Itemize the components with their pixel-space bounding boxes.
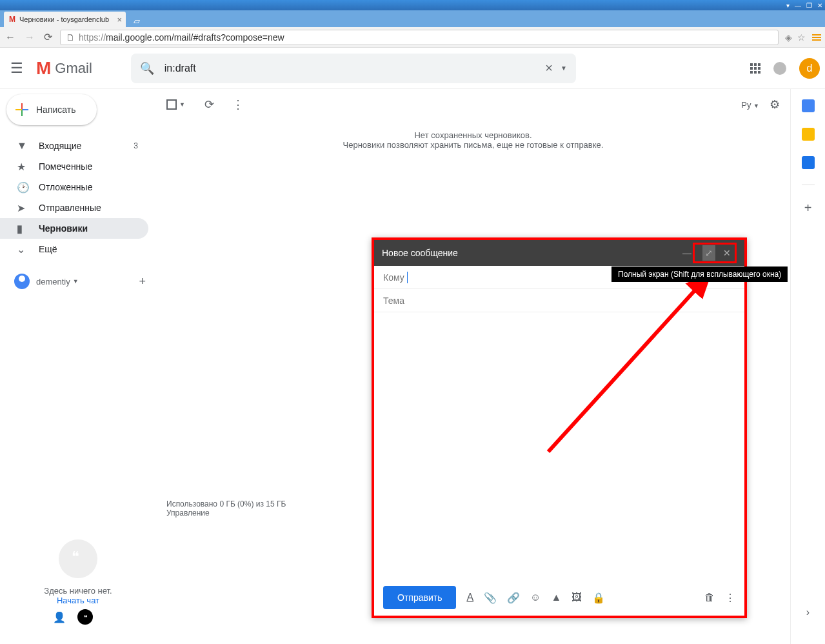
photo-icon[interactable]: 🖼 <box>572 592 582 603</box>
settings-icon[interactable]: ⚙ <box>770 97 780 112</box>
google-apps-icon[interactable] <box>750 63 760 74</box>
window-close-icon[interactable]: ✕ <box>817 2 822 9</box>
window-maximize-icon[interactable]: ❐ <box>806 2 812 9</box>
tab-close-icon[interactable]: × <box>117 15 123 25</box>
chat-bubble-icon <box>59 539 97 578</box>
clear-search-icon[interactable]: × <box>545 61 553 75</box>
minimize-compose-icon[interactable]: — <box>681 247 693 259</box>
close-compose-icon[interactable]: ✕ <box>721 247 732 259</box>
search-options-icon[interactable]: ▼ <box>561 65 567 72</box>
compose-button[interactable]: Написать <box>6 94 97 125</box>
fullscreen-compose-icon[interactable]: ⤢ <box>702 245 715 261</box>
search-box[interactable]: 🔍 × ▼ <box>131 54 576 83</box>
window-minimize-icon[interactable]: — <box>795 2 801 9</box>
sidebar-label: Ещё <box>39 244 57 254</box>
new-tab-button[interactable]: ▱ <box>130 15 144 27</box>
user-avatar-icon <box>14 274 30 289</box>
sidebar-item-more[interactable]: ⌄ Ещё <box>0 239 148 259</box>
fullscreen-tooltip: Полный экран (Shift для всплывающего окн… <box>611 267 788 282</box>
compose-title: Новое сообщение <box>382 248 676 258</box>
hangouts-tabs: 👤 ❝ <box>52 609 93 625</box>
sidebar: Написать ▼ Входящие 3 ★ Помеченные 🕑 Отл… <box>0 89 156 644</box>
gmail-logo-text: Gmail <box>55 60 92 77</box>
contacts-tab-icon[interactable]: 👤 <box>52 609 67 625</box>
user-name: dementiy <box>36 277 70 287</box>
sidebar-item-starred[interactable]: ★ Помеченные <box>0 156 148 177</box>
start-chat-link[interactable]: Начать чат <box>0 596 156 605</box>
search-input[interactable] <box>164 63 537 74</box>
chevron-down-icon: ⌄ <box>17 243 39 256</box>
compose-titlebar[interactable]: Новое сообщение — ⤢ ✕ <box>374 240 744 266</box>
formatting-icon[interactable]: A <box>466 592 473 603</box>
extension-icon[interactable]: ◈ <box>785 32 792 43</box>
gmail-logo[interactable]: M Gmail <box>36 58 92 79</box>
hangouts-empty-text: Здесь ничего нет. <box>0 586 156 596</box>
hangouts-user[interactable]: dementiy ▼ + <box>0 267 156 296</box>
compose-subject-field[interactable]: Тема <box>374 289 744 312</box>
discard-icon[interactable]: 🗑 <box>704 592 715 604</box>
text-cursor <box>407 272 408 283</box>
annotation-highlight: ⤢ ✕ <box>693 243 737 263</box>
address-bar[interactable]: 🗋 https://mail.google.com/mail/#drafts?c… <box>60 30 779 45</box>
select-all-checkbox[interactable] <box>166 99 177 110</box>
drafts-icon: ▮ <box>17 223 39 235</box>
gmail-header: ☰ M Gmail 🔍 × ▼ d <box>0 48 825 89</box>
forward-button[interactable]: → <box>23 32 36 43</box>
keep-icon[interactable] <box>802 128 815 141</box>
gmail-logo-icon: M <box>36 58 51 79</box>
reload-button[interactable]: ⟳ <box>43 31 54 43</box>
add-contact-icon[interactable]: + <box>139 275 146 288</box>
input-language-button[interactable]: Ру ▼ <box>741 100 759 110</box>
hangouts-tab-icon[interactable]: ❝ <box>77 609 93 625</box>
compose-toolbar: Отправить A 📎 🔗 ☺ ▲ 🖼 🔒 🗑 ⋮ <box>374 581 744 614</box>
sidebar-item-sent[interactable]: ➤ Отправленные <box>0 197 148 218</box>
user-dropdown-icon[interactable]: ▼ <box>73 278 79 285</box>
inbox-icon: ▼ <box>17 140 39 152</box>
confidential-icon[interactable]: 🔒 <box>592 592 605 604</box>
browser-menu-icon[interactable] <box>812 34 821 41</box>
more-options-icon[interactable]: ⋮ <box>725 592 735 604</box>
sidebar-label: Отложенные <box>39 182 92 192</box>
hangouts-empty: Здесь ничего нет. Начать чат <box>0 539 156 644</box>
os-window-controls: ▾ — ❐ ✕ <box>0 0 825 10</box>
sidebar-item-inbox[interactable]: ▼ Входящие 3 <box>0 136 148 156</box>
notifications-icon[interactable] <box>773 62 786 75</box>
plus-icon <box>15 103 28 116</box>
account-avatar[interactable]: d <box>799 58 820 79</box>
clock-icon: 🕑 <box>17 181 39 194</box>
sidebar-item-drafts[interactable]: ▮ Черновики <box>0 218 148 239</box>
attach-icon[interactable]: 📎 <box>484 592 497 604</box>
empty-drafts-message: Нет сохраненных черновиков. Черновики по… <box>156 120 790 150</box>
bookmark-icon[interactable]: ☆ <box>797 32 806 43</box>
page-info-icon[interactable]: 🗋 <box>66 32 75 43</box>
sent-icon: ➤ <box>17 202 39 214</box>
main-menu-icon[interactable]: ☰ <box>10 60 26 77</box>
add-addon-icon[interactable]: + <box>804 201 812 216</box>
gmail-favicon-icon: M <box>9 15 15 24</box>
compose-label: Написать <box>36 105 75 115</box>
tasks-icon[interactable] <box>802 156 815 169</box>
sidebar-label: Отправленные <box>39 203 101 213</box>
more-actions-icon[interactable]: ⋮ <box>232 97 244 112</box>
sidebar-label: Входящие <box>39 141 81 151</box>
drive-icon[interactable]: ▲ <box>551 592 561 603</box>
browser-tab-bar: M Черновики - toysgardenclub × ▱ <box>0 10 825 27</box>
calendar-icon[interactable] <box>802 99 815 112</box>
collapse-panel-icon[interactable]: › <box>806 607 810 618</box>
search-icon[interactable]: 🔍 <box>140 61 154 75</box>
back-button[interactable]: ← <box>4 32 17 43</box>
send-button[interactable]: Отправить <box>383 586 456 609</box>
select-dropdown-icon[interactable]: ▼ <box>179 101 185 108</box>
sidebar-item-snoozed[interactable]: 🕑 Отложенные <box>0 177 148 197</box>
emoji-icon[interactable]: ☺ <box>530 592 541 603</box>
browser-toolbar: ← → ⟳ 🗋 https://mail.google.com/mail/#dr… <box>0 27 825 48</box>
window-dropdown-icon[interactable]: ▾ <box>786 2 790 9</box>
star-icon: ★ <box>17 161 39 173</box>
browser-tab[interactable]: M Черновики - toysgardenclub × <box>4 12 126 27</box>
link-icon[interactable]: 🔗 <box>507 592 520 604</box>
refresh-button[interactable]: ⟳ <box>204 97 214 112</box>
sidebar-label: Черновики <box>39 223 88 234</box>
inbox-count: 3 <box>134 141 138 150</box>
compose-window: Новое сообщение — ⤢ ✕ Кому Тема Отправит… <box>372 237 747 618</box>
compose-body[interactable] <box>374 312 744 581</box>
